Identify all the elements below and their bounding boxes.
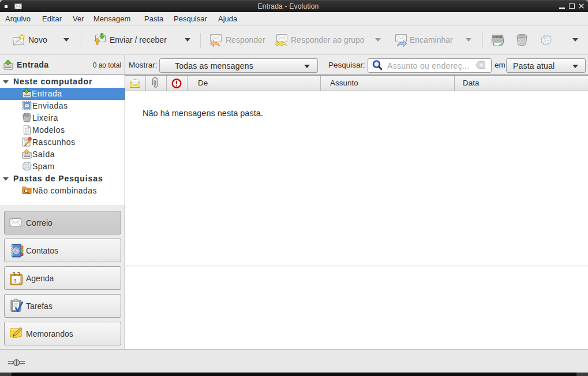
svg-text:@: @	[13, 248, 18, 254]
svg-text:3: 3	[13, 277, 16, 284]
